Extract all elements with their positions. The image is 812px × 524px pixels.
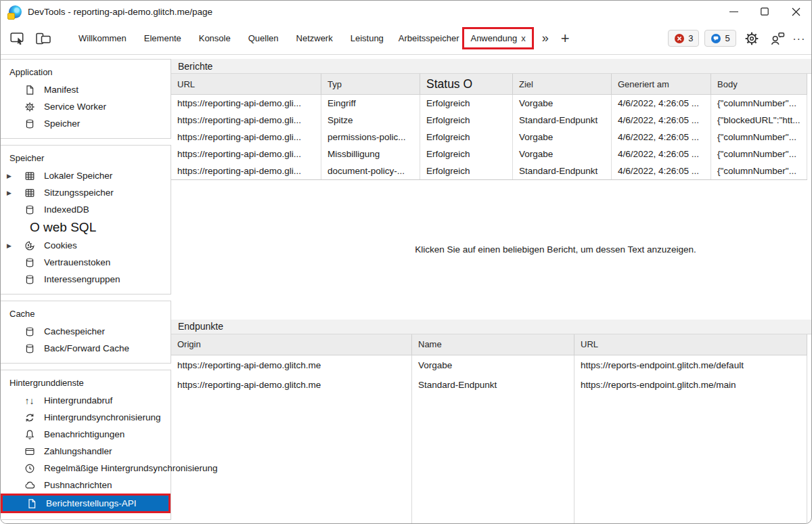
report-cell-generiert[interactable]: 4/6/2022, 4:26:05 ... (612, 95, 711, 112)
up-down-arrows-icon: ↑↓ (24, 395, 35, 406)
reports-section-header: Berichte (171, 59, 811, 74)
sidebar-item-hintergrundabruf[interactable]: ↑↓ Hintergrundabruf (1, 392, 171, 409)
reports-table: URL Typ Status O Ziel Generiert am Body … (171, 74, 807, 180)
endpoint-cell-origin: https://reporting-api-demo.glitch.me (171, 375, 411, 395)
sidebar-item-lokaler-speicher[interactable]: ▶ Lokaler Speicher (1, 167, 171, 184)
report-cell-status[interactable]: Erfolgreich (420, 95, 513, 112)
report-cell-ziel[interactable]: Standard-Endpunkt (513, 162, 612, 179)
report-cell-url[interactable]: https://reporting-api-demo.gli... (171, 95, 321, 112)
report-cell-generiert[interactable]: 4/6/2022, 4:26:05 ... (612, 112, 711, 129)
expander-icon[interactable]: ▶ (1, 242, 24, 249)
maximize-icon (761, 8, 768, 15)
expander-icon[interactable]: ▶ (1, 190, 24, 196)
tab-netzwerk[interactable]: Netzwerk (296, 33, 333, 43)
report-cell-body[interactable]: {"columnNumber"... (711, 129, 807, 146)
endpoints-section-header: Endpunkte (171, 320, 811, 334)
report-cell-typ[interactable]: Missbilligung (321, 146, 420, 162)
sidebar-item-hintergrundsynchronisierung[interactable]: Hintergrundsynchronisierung (1, 409, 171, 426)
report-cell-body[interactable]: {"columnNumber"... (711, 95, 807, 112)
column-header-typ[interactable]: Typ (321, 74, 420, 95)
column-header-generiert-am[interactable]: Generiert am (612, 74, 711, 95)
sidebar-item-berichterstellungs-api[interactable]: Berichterstellungs-API (1, 494, 171, 513)
tab-close-icon[interactable]: x (521, 33, 526, 43)
sidebar-item-zahlungshandler[interactable]: Zahlungshandler (1, 443, 171, 460)
sidebar-item-sitzungsspeicher[interactable]: ▶ Sitzungsspeicher (1, 184, 171, 201)
report-cell-typ[interactable]: document-policy-... (321, 162, 420, 179)
report-cell-status[interactable]: Erfolgreich (420, 146, 513, 162)
sidebar-item-indexeddb[interactable]: IndexedDB (1, 201, 171, 218)
endpoint-cell-url: https://reports-endpoint.glitch.me/main (574, 375, 807, 395)
column-header-url[interactable]: URL (171, 74, 321, 95)
more-tabs-button[interactable]: » (542, 31, 549, 45)
endpoints-column-origin: https://reporting-api-demo.glitch.me htt… (171, 355, 412, 524)
settings-button[interactable] (742, 28, 762, 49)
tab-anwendung[interactable]: Anwendung x (462, 27, 533, 49)
sidebar-item-cachespeicher[interactable]: Cachespeicher (1, 323, 171, 340)
report-cell-status[interactable]: Erfolgreich (420, 112, 513, 129)
device-emulation-button[interactable] (33, 28, 53, 49)
report-cell-typ[interactable]: permissions-polic... (321, 129, 420, 146)
column-header-origin[interactable]: Origin (171, 334, 412, 355)
column-header-name[interactable]: Name (412, 334, 574, 355)
close-button[interactable] (780, 1, 811, 22)
sidebar-item-web-sql[interactable]: O web SQL (1, 218, 171, 237)
report-cell-ziel[interactable]: Standard-Endpunkt (513, 112, 612, 129)
report-cell-generiert[interactable]: 4/6/2022, 4:26:05 ... (612, 146, 711, 162)
report-cell-status[interactable]: Erfolgreich (420, 129, 513, 146)
sidebar-item-vertrauenstoken[interactable]: Vertrauenstoken (1, 254, 171, 271)
sidebar-item-interessengruppen[interactable]: Interessengruppen (1, 271, 171, 288)
report-cell-status[interactable]: Erfolgreich (420, 162, 513, 179)
add-tab-button[interactable]: + (561, 32, 570, 45)
maximize-button[interactable] (749, 1, 780, 22)
report-cell-typ[interactable]: Eingriff (321, 95, 420, 112)
feedback-button[interactable] (767, 28, 788, 49)
minimize-button[interactable] (718, 1, 749, 22)
column-header-endpoint-url[interactable]: URL (574, 334, 807, 355)
more-options-button[interactable]: ... (793, 30, 806, 47)
report-cell-body[interactable]: {"columnNumber"... (711, 162, 807, 179)
tab-willkommen[interactable]: Willkommen (78, 33, 127, 43)
report-cell-ziel[interactable]: Vorgabe (513, 146, 612, 162)
column-header-ziel[interactable]: Ziel (513, 74, 612, 95)
table-icon (24, 170, 35, 181)
report-cell-body[interactable]: {"blockedURL":"htt... (711, 112, 807, 129)
sidebar-item-cookies[interactable]: ▶ Cookies (1, 237, 171, 254)
message-count-badge[interactable]: 5 (704, 30, 736, 47)
column-header-body[interactable]: Body (711, 74, 807, 95)
gear-icon (744, 31, 759, 46)
devtools-content: Application Manifest Service Worker Spei… (1, 55, 811, 523)
report-cell-url[interactable]: https://reporting-api-demo.gli... (171, 146, 321, 162)
cookie-icon (24, 240, 35, 251)
report-cell-ziel[interactable]: Vorgabe (513, 95, 612, 112)
report-cell-url[interactable]: https://reporting-api-demo.gli... (171, 112, 321, 129)
tab-leistung[interactable]: Leistung (351, 33, 384, 43)
sidebar-item-pushnachrichten[interactable]: Pushnachrichten (1, 477, 171, 494)
report-cell-generiert[interactable]: 4/6/2022, 4:26:05 ... (612, 162, 711, 179)
window-title: DevTools - reporting-api-demo.glitch.me/… (28, 7, 212, 17)
endpoint-cell-name: Standard-Endpunkt (412, 375, 574, 395)
sidebar-item-manifest[interactable]: Manifest (1, 81, 171, 98)
database-icon (24, 204, 35, 215)
message-icon (710, 33, 721, 44)
document-icon (24, 84, 35, 95)
tab-quellen[interactable]: Quellen (248, 33, 279, 43)
sidebar-item-speicher[interactable]: Speicher (1, 115, 171, 132)
tab-arbeitsspeicher[interactable]: Arbeitsspeicher (399, 33, 459, 43)
tab-konsole[interactable]: Konsole (199, 33, 231, 43)
report-cell-url[interactable]: https://reporting-api-demo.gli... (171, 162, 321, 179)
report-cell-body[interactable]: {"columnNumber"... (711, 146, 807, 162)
error-count-badge[interactable]: 3 (668, 30, 699, 47)
inspect-element-button[interactable] (7, 28, 28, 49)
sidebar-item-benachrichtigungen[interactable]: Benachrichtigungen (1, 426, 171, 443)
column-header-status[interactable]: Status O (420, 74, 513, 95)
sidebar-item-service-worker[interactable]: Service Worker (1, 98, 171, 115)
report-cell-url[interactable]: https://reporting-api-demo.gli... (171, 129, 321, 146)
tab-elemente[interactable]: Elemente (144, 33, 181, 43)
sidebar-item-regelmaessige-hintergrundsynchronisierung[interactable]: Regelmäßige Hintergrundsynchronisierung (1, 460, 171, 477)
report-cell-typ[interactable]: Spitze (321, 112, 420, 129)
report-cell-generiert[interactable]: 4/6/2022, 4:26:05 ... (612, 129, 711, 146)
expander-icon[interactable]: ▶ (1, 173, 24, 179)
section-title-hintergrunddienste: Hintergrunddienste (1, 376, 171, 392)
sidebar-item-back-forward-cache[interactable]: Back/Forward Cache (1, 340, 171, 357)
report-cell-ziel[interactable]: Vorgabe (513, 129, 612, 146)
